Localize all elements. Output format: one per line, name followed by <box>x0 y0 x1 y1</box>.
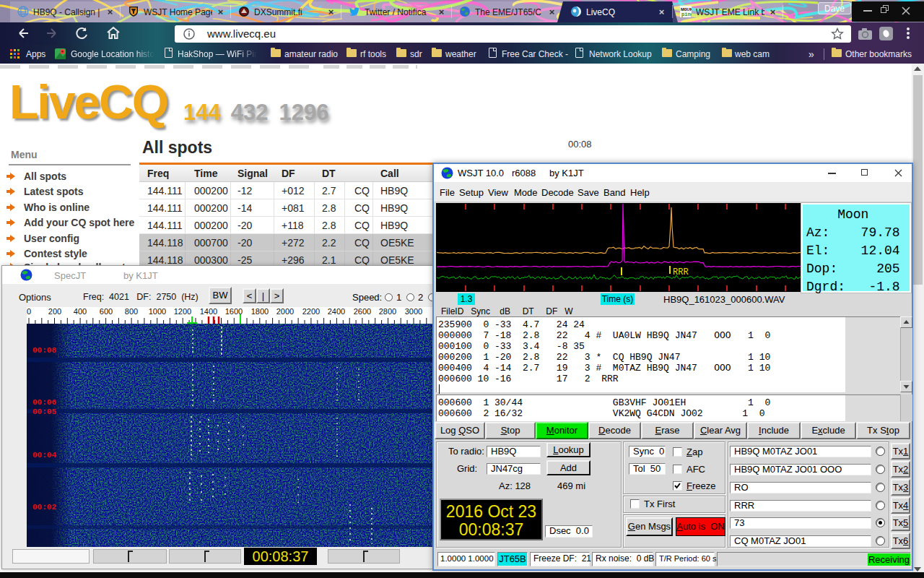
svg-text:0: 0 <box>27 307 31 316</box>
svg-text:2600: 2600 <box>354 307 371 316</box>
svg-text:200: 200 <box>48 307 61 316</box>
svg-text:800: 800 <box>125 307 138 316</box>
svg-text:2200: 2200 <box>302 307 320 316</box>
svg-text:RRR: RRR <box>673 267 689 277</box>
svg-text:1200: 1200 <box>174 307 191 316</box>
svg-text:2800: 2800 <box>379 307 396 316</box>
svg-text:1800: 1800 <box>251 307 269 316</box>
svg-text:ping: ping <box>681 12 692 17</box>
svg-text:1400: 1400 <box>200 307 217 316</box>
svg-text:2000: 2000 <box>276 307 294 316</box>
svg-text:600: 600 <box>100 307 113 316</box>
svg-text:1000: 1000 <box>149 307 166 316</box>
svg-text:400: 400 <box>74 307 87 316</box>
svg-text:3000: 3000 <box>405 307 422 316</box>
svg-text:2400: 2400 <box>328 307 345 316</box>
